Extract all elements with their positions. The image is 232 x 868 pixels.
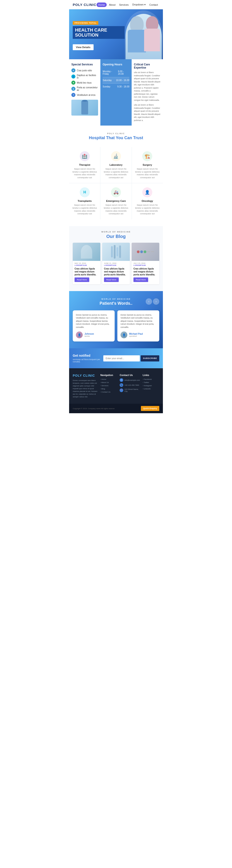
service-item-3: ✚ Morbi leo risus xyxy=(71,81,98,85)
footer-nav-link-3[interactable]: › Services xyxy=(101,384,117,387)
footer-links-col: Links › Facebook › Twitter › Instagram ›… xyxy=(143,374,159,398)
opening-hours-title: Opening Hours xyxy=(103,63,129,66)
footer-links-item-3[interactable]: › Instagram xyxy=(143,384,159,387)
footer-links-item-4[interactable]: › LinkedIn xyxy=(143,388,159,390)
hero-image xyxy=(122,9,163,59)
nav-links: Home About Services Dropdown ▾ Contact xyxy=(96,2,159,7)
service-card-emergency: 🚑 Emergency Care Itaque earum rerum hic … xyxy=(101,183,131,219)
footer-contact-col: Contact Us ✉ info@example.com 📞 +00 123 … xyxy=(120,374,140,398)
nav-link-services[interactable]: Services xyxy=(118,2,130,7)
hours-row-1: Monday - Friday 9.00 - 20.00 xyxy=(103,68,129,77)
services-row: Special Services ♥ Cras justo odio 👤 Dap… xyxy=(69,59,163,126)
critical-care-title: Critical Care Expertise xyxy=(134,63,161,69)
transplants-title: Transplants xyxy=(71,199,98,202)
blog-meta-3: JULY 23, 2018 · LOREMIPSUM xyxy=(131,261,159,267)
service-card-therapist: 🏥 Therapist Itaque earum rerum hic tenet… xyxy=(69,147,100,183)
blog-meta-2: JUNE 21, 2018 · LOREMIPSUM xyxy=(102,261,130,267)
blog-image-3 xyxy=(131,243,159,261)
testimonials-grid: Donec laoreet eu purus eu viverra. Vesti… xyxy=(73,310,159,342)
testimonial-card-2: Donec laoreet eu purus eu viverra. Vesti… xyxy=(117,310,159,342)
footer-bottom: Copyright © 2019. Company name All right… xyxy=(69,404,163,413)
quick-enquiry-button[interactable]: Quick Enquiry xyxy=(141,406,159,411)
surgery-icon: 🏗️ xyxy=(142,151,152,161)
blog-read-more-3[interactable]: Read More xyxy=(133,277,148,282)
footer-contact-title: Contact Us xyxy=(120,374,140,376)
newsletter-section: Get notified sociosqu ad litora torquent… xyxy=(69,348,163,368)
laboratory-text: Itaque earum rerum hic tenetur a sapient… xyxy=(103,167,129,179)
therapist-icon: 🏥 xyxy=(80,151,90,161)
newsletter-subtitle: sociosqu ad litora torquent per conubia. xyxy=(73,358,101,363)
testimonial-author-1: 👤 Johnson lacinia xyxy=(76,332,112,338)
nav-link-contact[interactable]: Contact xyxy=(148,2,159,7)
footer-nav-link-2[interactable]: › About Us xyxy=(101,381,117,383)
service-item-1: ♥ Cras justo odio xyxy=(71,68,98,72)
service-item-5: ☰ Vestibulum at eros xyxy=(71,93,98,97)
laboratory-icon: 🔬 xyxy=(111,151,121,161)
testimonials-section: WORLD OF MEDICINE Patient's Words.. ‹ › … xyxy=(69,291,163,348)
service-card-transplants: H Transplants Itaque earum rerum hic ten… xyxy=(69,183,100,219)
special-services-title: Special Services xyxy=(71,63,98,66)
footer-logo: POLY CLINIC xyxy=(73,374,98,377)
blog-image-1 xyxy=(73,243,101,261)
emergency-icon: 🚑 xyxy=(111,187,121,197)
blog-read-more-1[interactable]: Read More xyxy=(75,277,89,282)
newsletter-title: Get notified xyxy=(73,354,101,358)
hospital-title: Hospital That You Can Trust xyxy=(73,135,159,140)
surgery-text: Itaque earum rerum hic tenetur a sapient… xyxy=(134,167,161,179)
address-icon: 📍 xyxy=(120,389,123,392)
service-item-4: ◈ Porta ac consectetur ac xyxy=(71,86,98,91)
therapist-text: Itaque earum rerum hic tenetur a sapient… xyxy=(71,167,98,179)
blog-title-3: Cras ultrices ligula sed magna dictum po… xyxy=(131,267,159,277)
hero-section: PROVIDING TOTAL HEALTH CARE SOLUTION Vie… xyxy=(69,9,163,59)
service-card-oncology: 👤 Oncology Itaque earum rerum hic tenetu… xyxy=(132,183,163,219)
nav-logo: POLY CLINIC xyxy=(73,3,96,7)
surgery-title: Surgery xyxy=(134,163,161,166)
hospital-subtitle: POLY CLINIC xyxy=(73,132,159,135)
navbar: POLY CLINIC Home About Services Dropdown… xyxy=(69,0,163,9)
special-services-col: Special Services ♥ Cras justo odio 👤 Dap… xyxy=(69,59,101,126)
blog-subtitle: WORLD OF MEDICINE xyxy=(73,231,159,233)
footer: POLY CLINIC Donec consequat sam libero t… xyxy=(69,368,163,404)
service-item-2: 👤 Dapibus ac facilisis in xyxy=(71,74,98,79)
blog-grid: MAY 19, 2018 · LOREMIPSUM Cras ultrices … xyxy=(73,243,159,284)
phone-icon: 📞 xyxy=(120,383,123,387)
testimonial-prev-button[interactable]: ‹ xyxy=(146,298,152,305)
service-image xyxy=(71,100,98,116)
transplants-icon: H xyxy=(80,187,90,197)
footer-nav-link-5[interactable]: › Contact Us xyxy=(101,391,117,393)
critical-care-col: Critical Care Expertise uila uis lorem u… xyxy=(131,59,163,126)
footer-nav-link-1[interactable]: › Home xyxy=(101,378,117,380)
service-icon-2: 👤 xyxy=(71,74,75,79)
testimonial-text-2: Donec laoreet eu purus eu viverra. Vesti… xyxy=(120,314,156,329)
laboratory-title: Laboratory xyxy=(103,163,129,166)
service-card-surgery: 🏗️ Surgery Itaque earum rerum hic tenetu… xyxy=(132,147,163,183)
hospital-section: POLY CLINIC Hospital That You Can Trust xyxy=(69,126,163,147)
nav-link-dropdown[interactable]: Dropdown ▾ xyxy=(131,2,147,7)
opening-hours-col: Opening Hours Monday - Friday 9.00 - 20.… xyxy=(101,59,131,126)
copyright-text: Copyright © 2019. Company name All right… xyxy=(73,408,115,410)
newsletter-email-input[interactable] xyxy=(103,355,140,362)
service-icon-3: ✚ xyxy=(71,81,75,85)
hero-view-details-button[interactable]: View Details xyxy=(73,44,93,50)
footer-about-text: Donec consequat sam libero tempore, cum … xyxy=(73,379,98,398)
critical-care-text-2: uila uis lorem ut libero malesuada feugi… xyxy=(134,103,161,122)
nav-arrows: ‹ › xyxy=(146,298,159,305)
footer-nav-link-4[interactable]: › Blog xyxy=(101,388,117,390)
footer-links-title: Links xyxy=(143,374,159,376)
footer-links-item-2[interactable]: › Twitter xyxy=(143,381,159,383)
footer-links-item-1[interactable]: › Facebook xyxy=(143,378,159,380)
nav-link-about[interactable]: About xyxy=(108,2,117,7)
footer-contact-phone: 📞 +00 123 456 7890 xyxy=(120,383,140,387)
footer-nav-col: Navigation › Home › About Us › Services … xyxy=(101,374,117,398)
author-role-1: lacinia xyxy=(84,335,94,337)
services-grid: 🏥 Therapist Itaque earum rerum hic tenet… xyxy=(69,147,163,219)
hours-row-2: Saturday 10.00 - 16.00 xyxy=(103,77,129,84)
nav-link-home[interactable]: Home xyxy=(96,2,107,7)
footer-nav-title: Navigation xyxy=(101,374,117,376)
subscribe-button[interactable]: SUBSCRIBE xyxy=(141,355,159,362)
blog-read-more-2[interactable]: Read More xyxy=(104,277,119,282)
emergency-text: Itaque earum rerum hic tenetur a sapient… xyxy=(103,204,129,215)
testimonial-next-button[interactable]: › xyxy=(153,298,159,305)
footer-contact-address: 📍 123 Street Name, City xyxy=(120,388,140,392)
emergency-title: Emergency Care xyxy=(103,199,129,202)
